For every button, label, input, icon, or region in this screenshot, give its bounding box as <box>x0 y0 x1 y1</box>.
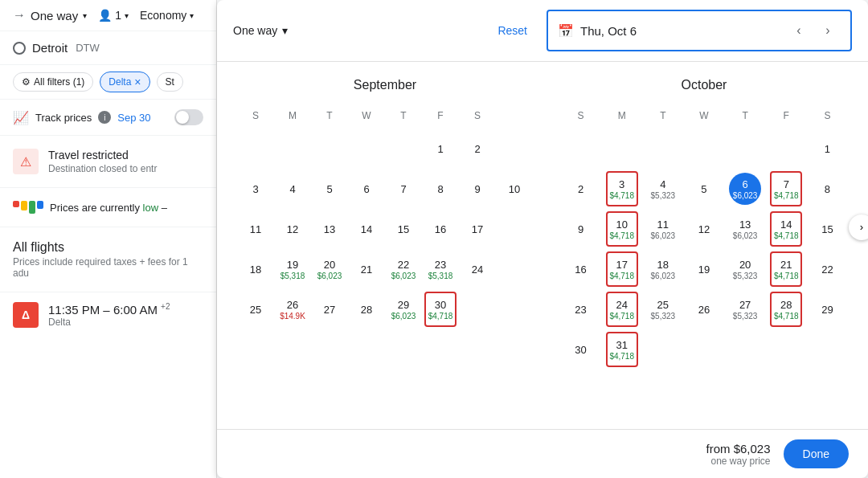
day-6[interactable]: 6 <box>350 171 383 206</box>
day-number: 1 <box>825 143 830 155</box>
day-price: $4,718 <box>774 231 799 240</box>
day-1[interactable]: 1 <box>811 131 843 166</box>
trip-type-label[interactable]: One way <box>31 9 78 22</box>
oct-col-w: W <box>684 107 723 128</box>
day-2[interactable]: 2 <box>461 131 493 166</box>
day-13[interactable]: 13 $6,023 <box>729 211 761 247</box>
day-22[interactable]: 22 <box>811 251 843 287</box>
day-4[interactable]: 4 $5,323 <box>647 171 679 206</box>
day-7[interactable]: 7 <box>387 171 420 206</box>
day-2[interactable]: 2 <box>565 171 597 206</box>
all-filters-chip[interactable]: ⚙ All filters (1) <box>13 72 93 92</box>
day-15[interactable]: 15 <box>811 211 843 247</box>
track-prices-info-icon[interactable]: i <box>98 111 111 124</box>
day-10[interactable]: 10 $4,718 <box>606 211 638 247</box>
day-22[interactable]: 22 $6,023 <box>387 251 420 287</box>
day-8[interactable]: 8 <box>424 171 457 206</box>
price-from-label: from $6,023 <box>706 442 770 456</box>
day-5[interactable]: 5 <box>688 171 720 206</box>
day-29[interactable]: 29 $6,023 <box>387 292 420 327</box>
date-input-field[interactable]: 📅 Thu, Oct 6 ‹ › <box>547 10 852 51</box>
all-flights-header: All flights Prices include required taxe… <box>0 227 216 292</box>
day-27[interactable]: 27 $5,323 <box>729 292 761 327</box>
day-number: 18 <box>250 264 261 276</box>
day-number: 2 <box>474 143 480 155</box>
day-15[interactable]: 15 <box>387 211 420 247</box>
prev-date-button[interactable]: ‹ <box>786 18 812 43</box>
reset-button[interactable]: Reset <box>497 24 527 37</box>
delta-close-icon[interactable]: × <box>134 76 141 88</box>
day-14[interactable]: 14 <box>350 211 383 247</box>
day-12[interactable]: 12 <box>276 211 309 247</box>
day-28[interactable]: 28 <box>350 292 383 327</box>
day-28[interactable]: 28 $4,718 <box>770 292 802 327</box>
day-12[interactable]: 12 <box>688 211 720 247</box>
day-25[interactable]: 25 $5,323 <box>647 292 679 327</box>
day-27[interactable]: 27 <box>313 292 346 327</box>
day-14[interactable]: 14 $4,718 <box>770 211 802 247</box>
day-18[interactable]: 18 <box>240 251 272 287</box>
day-25[interactable]: 25 <box>240 292 272 327</box>
day-30[interactable]: 30 $4,718 <box>424 292 457 327</box>
day-24[interactable]: 24 <box>461 251 493 287</box>
day-23[interactable]: 23 <box>565 292 597 327</box>
day-18[interactable]: 18 $6,023 <box>647 251 679 287</box>
flight-card[interactable]: Δ 11:35 PM – 6:00 AM +2 Delta <box>0 292 216 337</box>
day-16[interactable]: 16 <box>424 211 457 247</box>
day-21[interactable]: 21 $4,718 <box>770 251 802 287</box>
day-24[interactable]: 24 $4,718 <box>606 292 638 327</box>
day-3[interactable]: 3 $4,718 <box>606 171 638 206</box>
day-4[interactable]: 4 <box>276 171 309 206</box>
stops-filter-chip[interactable]: St <box>157 72 183 92</box>
day-26[interactable]: 26 $14.9K <box>276 292 309 327</box>
arrow-right-icon: → <box>13 8 26 22</box>
flight-info: 11:35 PM – 6:00 AM +2 Delta <box>48 302 170 328</box>
calendar-trip-type[interactable]: One way ▾ <box>233 24 288 37</box>
origin-circle-icon <box>13 42 26 55</box>
trip-type-chevron[interactable]: ▾ <box>83 11 87 20</box>
day-11[interactable]: 11 $6,023 <box>647 211 679 247</box>
day-19[interactable]: 19 $5,318 <box>276 251 309 287</box>
selected-date-display: Thu, Oct 6 <box>580 24 780 38</box>
done-button[interactable]: Done <box>784 439 849 468</box>
track-prices-toggle[interactable] <box>174 109 203 125</box>
day-number: 28 <box>780 299 792 311</box>
day-price: $6,023 <box>651 231 676 240</box>
cabin-section[interactable]: Economy ▾ <box>140 9 194 22</box>
day-3[interactable]: 3 <box>240 171 272 206</box>
passengers-chevron[interactable]: ▾ <box>125 11 129 20</box>
day-1[interactable]: 1 <box>424 131 457 166</box>
day-8[interactable]: 8 <box>811 171 843 206</box>
origin-field[interactable]: Detroit DTW <box>13 41 203 55</box>
day-20[interactable]: 20 $5,323 <box>729 251 761 287</box>
day-9[interactable]: 9 <box>461 171 493 206</box>
day-16[interactable]: 16 <box>565 251 597 287</box>
day-number: 20 <box>324 259 335 271</box>
day-30[interactable]: 30 <box>565 332 597 367</box>
day-17[interactable]: 17 $4,718 <box>606 251 638 287</box>
day-29[interactable]: 29 <box>811 292 843 327</box>
day-23[interactable]: 23 $5,318 <box>424 251 457 287</box>
cabin-label: Economy <box>140 9 186 22</box>
day-10[interactable]: 10 <box>498 171 530 206</box>
calendar-header: One way ▾ Reset 📅 Thu, Oct 6 ‹ › <box>217 0 868 62</box>
scroll-right-button[interactable]: › <box>849 214 868 240</box>
day-17[interactable]: 17 <box>461 211 493 247</box>
day-13[interactable]: 13 <box>313 211 346 247</box>
day-21[interactable]: 21 <box>350 251 383 287</box>
day-26[interactable]: 26 <box>688 292 720 327</box>
next-date-button[interactable]: › <box>815 18 841 43</box>
day-31[interactable]: 31 $4,718 <box>606 332 638 367</box>
day-6[interactable]: 6 $6,023 <box>729 173 761 205</box>
delta-filter-chip[interactable]: Delta × <box>100 71 149 92</box>
cabin-chevron[interactable]: ▾ <box>190 11 194 20</box>
day-7[interactable]: 7 $4,718 <box>770 171 802 206</box>
day-5[interactable]: 5 <box>313 171 346 206</box>
flights-subtitle: Prices include required taxes + fees for… <box>13 256 203 279</box>
passengers-section[interactable]: 👤 1 ▾ <box>98 9 129 22</box>
day-20[interactable]: 20 $6,023 <box>313 251 346 287</box>
day-19[interactable]: 19 <box>688 251 720 287</box>
day-number: 3 <box>252 183 258 195</box>
day-9[interactable]: 9 <box>565 211 597 247</box>
day-11[interactable]: 11 <box>240 211 272 247</box>
